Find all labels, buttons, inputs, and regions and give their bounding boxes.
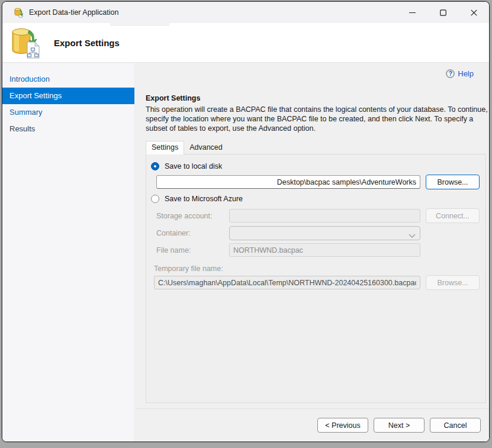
chevron-down-icon xyxy=(409,231,416,240)
save-azure-radio-row: Save to Microsoft Azure xyxy=(151,195,243,203)
storage-account-input xyxy=(229,209,420,223)
save-azure-label: Save to Microsoft Azure xyxy=(165,195,243,203)
file-name-input xyxy=(229,243,420,257)
title-bar: Export Data-tier Application xyxy=(2,2,489,23)
sidebar-item-export-settings[interactable]: Export Settings xyxy=(2,88,134,104)
wizard-footer: < Previous Next > Cancel xyxy=(136,408,489,441)
save-local-label: Save to local disk xyxy=(165,162,222,170)
temp-file-label: Temporary file name: xyxy=(154,265,223,273)
settings-tab-panel: Save to local disk Browse... Save to Mic… xyxy=(146,154,486,403)
help-icon: ? xyxy=(446,69,455,78)
next-button[interactable]: Next > xyxy=(374,418,425,433)
cancel-button[interactable]: Cancel xyxy=(430,418,481,433)
connect-button: Connect... xyxy=(426,208,480,223)
help-label: Help xyxy=(458,69,474,78)
close-button[interactable] xyxy=(458,2,489,23)
storage-account-label: Storage account: xyxy=(156,212,213,220)
local-path-input[interactable] xyxy=(156,175,420,189)
container-dropdown xyxy=(229,226,420,240)
file-name-label: File name: xyxy=(156,246,191,254)
export-data-tier-dialog: Export Data-tier Application xyxy=(2,1,490,442)
window-controls xyxy=(397,2,489,23)
sidebar-item-summary[interactable]: Summary xyxy=(2,104,134,121)
maximize-button[interactable] xyxy=(427,2,458,23)
page-title: Export Settings xyxy=(54,38,120,48)
save-azure-radio[interactable] xyxy=(151,195,159,203)
window-title: Export Data-tier Application xyxy=(29,8,118,17)
section-heading: Export Settings xyxy=(146,94,200,102)
browse-local-button[interactable]: Browse... xyxy=(426,175,480,189)
titlebar-notch xyxy=(110,23,169,26)
temp-file-input xyxy=(154,276,420,289)
minimize-button[interactable] xyxy=(397,2,427,23)
tab-settings[interactable]: Settings xyxy=(146,141,184,154)
container-label: Container: xyxy=(156,229,191,237)
previous-button[interactable]: < Previous xyxy=(317,418,368,433)
wizard-steps-sidebar: Introduction Export Settings Summary Res… xyxy=(2,63,135,441)
tab-advanced[interactable]: Advanced xyxy=(184,141,228,154)
tab-strip: Settings Advanced xyxy=(146,141,228,154)
save-local-radio-row: Save to local disk xyxy=(151,162,222,170)
export-database-icon xyxy=(9,26,41,62)
main-panel: ? Help Export Settings This operation wi… xyxy=(136,63,489,441)
app-icon xyxy=(14,7,24,18)
sidebar-item-results[interactable]: Results xyxy=(2,121,134,137)
wizard-header: Export Settings xyxy=(2,23,489,63)
section-description: This operation will create a BACPAC file… xyxy=(146,105,489,133)
help-link[interactable]: ? Help xyxy=(446,69,474,78)
browse-temp-button: Browse... xyxy=(426,275,480,290)
save-local-radio[interactable] xyxy=(151,162,159,170)
sidebar-item-introduction[interactable]: Introduction xyxy=(2,71,134,88)
